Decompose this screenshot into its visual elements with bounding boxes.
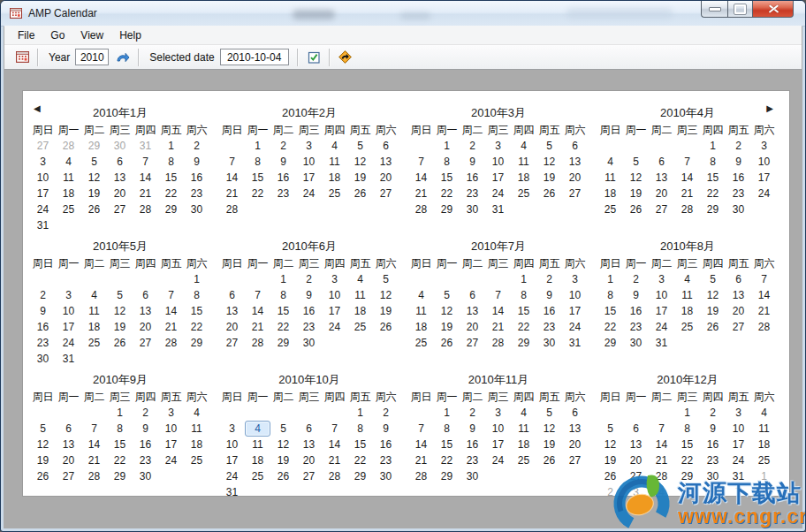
day-cell[interactable]: 27 <box>107 201 133 217</box>
day-cell[interactable]: 4 <box>81 287 107 303</box>
day-cell[interactable]: 24 <box>485 186 511 201</box>
day-cell[interactable]: 29 <box>158 201 184 217</box>
day-cell[interactable]: 3 <box>562 271 588 287</box>
day-cell[interactable]: 1 <box>107 405 133 421</box>
day-cell[interactable]: 24 <box>219 468 245 484</box>
day-cell[interactable]: 15 <box>597 303 623 319</box>
day-cell[interactable]: 12 <box>30 437 56 452</box>
day-cell[interactable]: 6 <box>726 271 751 287</box>
day-cell[interactable]: 3 <box>623 484 649 497</box>
day-cell[interactable]: 30 <box>460 201 485 217</box>
day-cell[interactable]: 27 <box>219 335 245 351</box>
day-cell[interactable]: 27 <box>726 319 751 335</box>
day-cell[interactable]: 2 <box>700 405 726 421</box>
day-cell[interactable]: 23 <box>700 452 726 468</box>
day-cell[interactable]: 9 <box>296 287 322 303</box>
day-cell[interactable]: 13 <box>562 154 588 170</box>
day-cell[interactable]: 22 <box>158 186 184 201</box>
day-cell[interactable]: 27 <box>56 468 81 484</box>
day-cell[interactable]: 16 <box>373 437 399 452</box>
day-cell[interactable]: 17 <box>485 170 511 186</box>
day-cell[interactable]: 31 <box>726 468 751 484</box>
day-cell[interactable]: 15 <box>347 437 373 452</box>
day-cell[interactable]: 4 <box>674 271 700 287</box>
day-cell[interactable]: 3 <box>649 271 674 287</box>
day-cell[interactable]: 26 <box>536 452 562 468</box>
day-cell[interactable]: 15 <box>107 437 133 452</box>
day-cell[interactable]: 13 <box>107 170 133 186</box>
day-cell[interactable]: 4 <box>322 138 347 154</box>
day-cell[interactable]: 23 <box>726 186 751 201</box>
day-cell[interactable]: 2 <box>623 271 649 287</box>
day-cell[interactable]: 21 <box>219 186 245 201</box>
day-cell[interactable]: 8 <box>674 421 700 437</box>
day-cell[interactable]: 16 <box>700 437 726 452</box>
day-cell[interactable]: 12 <box>434 303 460 319</box>
day-cell[interactable]: 16 <box>536 303 562 319</box>
day-cell[interactable]: 16 <box>460 170 485 186</box>
day-cell[interactable]: 27 <box>623 468 649 484</box>
day-cell[interactable]: 8 <box>434 154 460 170</box>
day-cell[interactable]: 26 <box>373 319 399 335</box>
day-cell[interactable]: 14 <box>485 303 511 319</box>
day-cell[interactable]: 2 <box>133 405 158 421</box>
day-cell[interactable]: 29 <box>107 468 133 484</box>
day-cell[interactable]: 22 <box>434 452 460 468</box>
day-cell[interactable]: 10 <box>485 421 511 437</box>
day-cell[interactable]: 29 <box>184 335 209 351</box>
day-cell[interactable]: 28 <box>751 319 777 335</box>
day-cell[interactable]: 27 <box>30 138 56 154</box>
day-cell[interactable]: 5 <box>674 484 700 497</box>
day-cell[interactable]: 21 <box>322 452 347 468</box>
day-cell[interactable]: 19 <box>434 319 460 335</box>
day-cell[interactable]: 14 <box>322 437 347 452</box>
day-cell[interactable]: 17 <box>485 437 511 452</box>
day-cell[interactable]: 29 <box>700 201 726 217</box>
day-cell[interactable]: 2 <box>460 138 485 154</box>
day-cell[interactable]: 10 <box>30 170 56 186</box>
day-cell[interactable]: 20 <box>562 437 588 452</box>
day-cell[interactable]: 18 <box>511 437 536 452</box>
day-cell[interactable]: 14 <box>408 170 434 186</box>
day-cell[interactable]: 18 <box>751 437 777 452</box>
day-cell[interactable]: 7 <box>751 271 777 287</box>
day-cell[interactable]: 28 <box>322 468 347 484</box>
day-cell[interactable]: 16 <box>270 170 296 186</box>
day-cell[interactable]: 25 <box>347 319 373 335</box>
day-cell[interactable]: 5 <box>623 154 649 170</box>
day-cell[interactable]: 14 <box>133 170 158 186</box>
day-cell[interactable]: 14 <box>219 170 245 186</box>
day-cell[interactable]: 10 <box>751 154 777 170</box>
day-cell[interactable]: 29 <box>434 468 460 484</box>
day-cell[interactable]: 20 <box>296 452 322 468</box>
day-cell[interactable]: 15 <box>158 170 184 186</box>
day-cell[interactable]: 11 <box>56 170 81 186</box>
day-cell[interactable]: 5 <box>536 405 562 421</box>
day-cell[interactable]: 25 <box>511 452 536 468</box>
day-cell[interactable]: 10 <box>485 154 511 170</box>
day-cell[interactable]: 3 <box>30 154 56 170</box>
day-cell[interactable]: 24 <box>649 319 674 335</box>
day-cell[interactable]: 21 <box>408 452 434 468</box>
day-cell[interactable]: 23 <box>623 319 649 335</box>
day-cell[interactable]: 28 <box>219 201 245 217</box>
day-cell[interactable]: 25 <box>81 335 107 351</box>
day-cell[interactable]: 15 <box>184 303 209 319</box>
menu-help[interactable]: Help <box>111 27 149 43</box>
day-cell[interactable]: 5 <box>597 421 623 437</box>
day-cell[interactable]: 27 <box>373 186 399 201</box>
day-cell[interactable]: 18 <box>408 319 434 335</box>
day-cell[interactable]: 11 <box>597 170 623 186</box>
day-cell[interactable]: 21 <box>245 319 270 335</box>
day-cell[interactable]: 11 <box>81 303 107 319</box>
day-cell[interactable]: 2 <box>726 138 751 154</box>
day-cell[interactable]: 30 <box>296 335 322 351</box>
day-cell[interactable]: 23 <box>460 186 485 201</box>
day-cell[interactable]: 30 <box>30 351 56 367</box>
day-cell[interactable]: 19 <box>536 437 562 452</box>
day-cell[interactable]: 24 <box>158 452 184 468</box>
day-cell[interactable]: 24 <box>322 319 347 335</box>
day-cell[interactable]: 8 <box>270 287 296 303</box>
day-cell[interactable]: 4 <box>347 271 373 287</box>
day-cell[interactable]: 25 <box>56 201 81 217</box>
